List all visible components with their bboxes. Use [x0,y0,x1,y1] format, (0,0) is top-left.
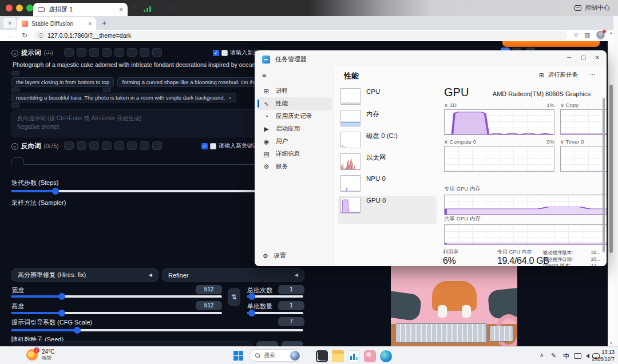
prompt-tool-icon[interactable] [77,141,86,150]
perf-card[interactable]: 以太网 [338,152,437,174]
collapse-icon[interactable]: ∨ [11,143,18,150]
remove-chip-icon[interactable]: × [113,80,114,85]
prompt-tool-icon[interactable] [89,141,99,150]
sidebar-item[interactable]: ∿ 性能 [258,97,332,110]
collapse-icon[interactable]: ∨ [11,50,18,57]
generate-button[interactable] [502,41,600,47]
width-slider[interactable] [11,293,222,300]
sidebar-item[interactable]: ▤ 详细信息 [258,148,332,160]
sidebar-item[interactable]: ▶ 启动应用 [258,122,332,135]
weather-widget[interactable]: 2 24°C 晴朗 [26,349,54,361]
prompt-tool-icon[interactable] [140,141,149,150]
reload-icon[interactable]: ↻ [22,31,27,39]
drag-handle[interactable] [11,88,19,92]
taskbar-app-terminal[interactable] [316,350,328,362]
swap-dimensions-button[interactable]: ⇅ [228,288,240,306]
minimize-traffic-light[interactable] [16,5,23,11]
prompt-tool-icon[interactable] [127,141,137,150]
new-screen-button[interactable]: + [132,2,137,12]
sd-tab[interactable] [47,158,58,164]
sd-tab[interactable] [24,158,35,164]
sidebar-item[interactable]: ◉ 用户 [258,135,332,148]
checkbox-unchecked-icon[interactable] [210,143,216,149]
prompt-tool-icon[interactable] [89,48,99,57]
taskbar-app-task-manager[interactable] [348,350,360,362]
prompt-tool-icon[interactable] [114,141,124,150]
perf-card[interactable]: GPU 0 [338,196,437,224]
prompt-chip[interactable]: resembling a beautiful tiara. The photo … [11,93,236,102]
close-traffic-light[interactable] [6,5,13,11]
tab-search-button[interactable]: ∨ [3,18,16,28]
refiner-accordion[interactable]: Refiner ◀ [162,268,304,282]
taskbar-clock[interactable]: 13:13 2025/12/7 [592,349,615,362]
prompt-chip[interactable]: the layers closing in from bottom to top… [11,77,114,87]
prompt-tool-icon[interactable] [77,48,86,57]
browser-profile-avatar[interactable] [596,31,605,39]
back-icon[interactable]: ← [8,31,15,39]
menu-icon[interactable]: ≡ [262,71,267,80]
checkbox-checked-icon[interactable]: ✓ [201,143,208,149]
tm-scrollbar-thumb[interactable] [603,98,605,252]
scrollbar-thumb[interactable] [609,85,613,253]
drag-handle[interactable] [11,71,19,76]
prompt-tool-icon[interactable] [140,48,149,57]
drag-handle[interactable] [11,103,19,108]
cfg-value[interactable]: 7 [278,317,304,326]
sidebar-item-settings[interactable]: ⚙ 设置 [263,252,286,260]
browser-tab[interactable]: Stable Diffusion × [17,17,96,30]
tm-more-icon[interactable]: ⋯ [589,71,596,78]
prompt-tool-icon[interactable] [152,141,162,150]
collections-icon[interactable]: ▥ [584,31,590,39]
new-tab-button[interactable]: + [102,18,106,27]
tm-close-button[interactable]: ✕ [595,54,600,61]
sd-tab[interactable] [58,158,70,164]
sidebar-item[interactable]: ◔ 应用历史记录 [258,110,332,122]
ime-indicator[interactable]: 中 [563,352,569,361]
sidebar-item[interactable]: ⚙ 服务 [258,160,332,173]
sd-tab[interactable] [35,158,47,164]
prompt-tool-icon[interactable] [64,48,74,57]
prompt-tool-icon[interactable] [102,48,112,57]
taskbar-app-edge[interactable] [380,350,392,362]
batch-count-slider[interactable] [247,293,303,300]
run-new-task-button[interactable]: ⊞ 运行新任务 [539,71,578,79]
sd-tab[interactable] [11,157,24,165]
random-seed-button[interactable] [256,341,278,346]
site-info-icon[interactable]: ⓘ [38,32,43,39]
checkbox-unchecked-icon[interactable] [221,50,228,56]
browser-scrollbar[interactable]: ▲ ▼ [608,30,613,346]
drag-handle[interactable] [103,88,111,92]
fullscreen-traffic-light[interactable] [26,5,33,11]
batch-size-slider[interactable] [247,310,303,316]
favorite-star-icon[interactable]: ☆ [573,31,579,39]
hires-fix-accordion[interactable]: 高分辨率修复 (Hires. fix) ◀ [11,268,159,282]
volume-icon[interactable] [586,354,589,358]
display-tray-icon[interactable] [574,353,581,359]
url-field[interactable]: ⓘ 127.0.0.1:7860/?__theme=dark [33,31,568,40]
perf-card[interactable]: 磁盘 0 (C:) [338,130,437,152]
prompt-tool-icon[interactable] [64,141,74,150]
height-value[interactable]: 512 [196,301,222,310]
tm-minimize-button[interactable]: ─ [567,54,571,61]
taskbar-app-launcher[interactable] [364,350,376,362]
ink-pen-icon[interactable]: ✎ [551,352,556,359]
seed-input[interactable] [11,341,252,346]
control-center-button[interactable]: 控制中心 [575,3,610,12]
batch-size-value[interactable]: 1 [278,301,304,310]
checkbox-checked-icon[interactable]: ✓ [213,50,219,56]
prompt-tool-icon[interactable] [114,48,124,57]
start-button[interactable] [233,351,243,361]
perf-card[interactable]: CPU [338,87,437,109]
taskbar-search[interactable]: 搜索 [249,349,303,362]
perf-card[interactable]: NPU 0 [338,174,437,196]
prompt-tool-icon[interactable] [152,48,162,57]
prompt-tool-icon[interactable] [102,141,112,150]
perf-card[interactable]: 内存 [338,109,437,130]
close-icon[interactable]: × [119,6,123,14]
tm-maximize-button[interactable]: ▢ [581,54,586,61]
sidebar-item[interactable]: ⊞ 进程 [258,85,332,97]
remove-chip-icon[interactable]: × [228,95,231,101]
tray-expand-icon[interactable]: ∧ [540,352,544,358]
height-slider[interactable] [11,310,222,316]
reuse-seed-button[interactable] [282,341,303,346]
